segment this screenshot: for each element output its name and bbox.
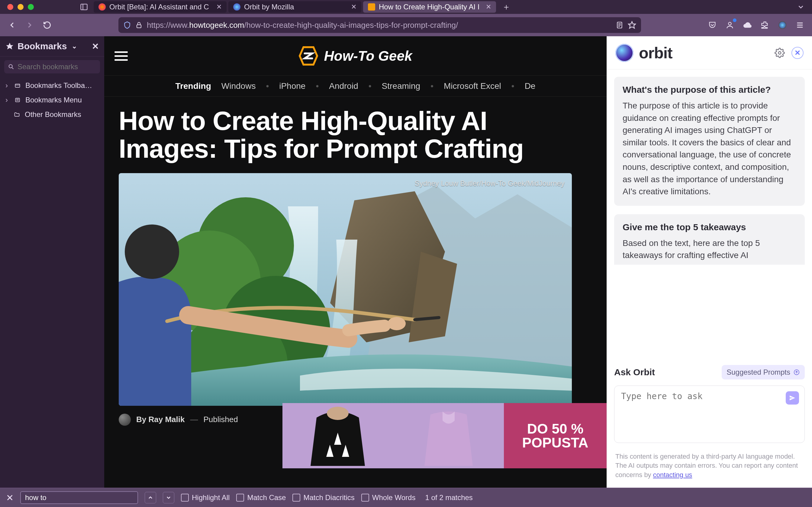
- trending-link[interactable]: Android: [329, 81, 358, 91]
- close-tab-icon[interactable]: ✕: [486, 3, 491, 11]
- ad-hoodie[interactable]: [282, 403, 393, 468]
- orbit-header: orbit ✕: [607, 36, 812, 69]
- pocket-icon[interactable]: [706, 19, 718, 31]
- folder-icon: [13, 111, 21, 118]
- tab-overflow-button[interactable]: [793, 3, 808, 11]
- new-tab-button[interactable]: ＋: [498, 1, 515, 13]
- find-input[interactable]: [20, 491, 138, 504]
- caret-icon: ›: [5, 96, 10, 104]
- orbit-brand: orbit: [639, 44, 673, 62]
- chevron-down-icon[interactable]: ⌄: [72, 42, 77, 50]
- svg-rect-2: [137, 25, 141, 28]
- menu-folder-icon: [14, 97, 22, 103]
- author-avatar[interactable]: [119, 414, 131, 426]
- find-whole-words[interactable]: Whole Words: [361, 493, 416, 502]
- reader-mode-icon[interactable]: [616, 21, 624, 29]
- caret-icon: ›: [5, 81, 10, 90]
- tab-label: Orbit by Mozilla: [244, 3, 347, 11]
- ask-send-button[interactable]: [786, 391, 799, 405]
- lock-icon[interactable]: [135, 21, 142, 29]
- fullscreen-window-button[interactable]: [28, 4, 34, 10]
- firefox-icon: [99, 3, 106, 11]
- ad-discount[interactable]: DO 50 % POPUSTA: [504, 403, 606, 468]
- bookmarks-toolbar-folder[interactable]: › Bookmarks Toolba…: [0, 78, 104, 93]
- site-header: How-To Geek: [104, 36, 606, 75]
- find-match-case[interactable]: Match Case: [236, 493, 286, 502]
- site-name: How-To Geek: [324, 48, 412, 64]
- svg-point-8: [728, 22, 731, 25]
- orbit-response-card: What's the purpose of this article? The …: [614, 77, 805, 206]
- orbit-toolbar-icon[interactable]: [776, 19, 789, 31]
- svg-line-14: [12, 68, 14, 69]
- find-match-diacritics[interactable]: Match Diacritics: [292, 493, 354, 502]
- article-headline: How to Create High-Quality AI Images: Ti…: [119, 107, 592, 163]
- bookmarks-search-input[interactable]: [17, 63, 108, 71]
- sidebar-toggle-button[interactable]: [78, 2, 90, 12]
- star-icon: [5, 42, 14, 50]
- folder-label: Bookmarks Menu: [25, 96, 82, 104]
- app-menu-icon[interactable]: [794, 19, 806, 31]
- svg-point-26: [125, 224, 179, 279]
- account-icon[interactable]: [724, 19, 736, 31]
- back-button[interactable]: [6, 19, 18, 31]
- shield-icon[interactable]: [123, 21, 131, 29]
- trending-link[interactable]: Streaming: [382, 81, 420, 91]
- orbit-contact-link[interactable]: contacting us: [653, 471, 692, 478]
- svg-point-28: [327, 407, 349, 420]
- trending-link[interactable]: De: [525, 81, 536, 91]
- minimize-window-button[interactable]: [17, 4, 23, 10]
- orbit-ask-section: Ask Orbit Suggested Prompts: [607, 359, 812, 446]
- find-next-button[interactable]: [163, 492, 174, 503]
- ad-strip[interactable]: DO 50 % POPUSTA: [282, 403, 606, 468]
- hero-credit: Sydney Louw Butler/How-To Geek/MidJourne…: [415, 179, 565, 188]
- orbit-panel: orbit ✕ What's the purpose of this artic…: [606, 36, 812, 488]
- close-tab-icon[interactable]: ✕: [216, 3, 222, 11]
- close-sidebar-button[interactable]: ✕: [92, 41, 99, 51]
- orbit-card-question: What's the purpose of this article?: [623, 84, 796, 95]
- site-menu-button[interactable]: [114, 49, 128, 63]
- orbit-disclaimer: This content is generated by a third-par…: [607, 446, 812, 488]
- orbit-card-answer: Based on the text, here are the top 5 ta…: [623, 237, 796, 262]
- bookmarks-sidebar: Bookmarks ⌄ ✕ › Bookmarks Toolba… › Book…: [0, 36, 104, 488]
- nav-toolbar: https://www.howtogeek.com/how-to-create-…: [0, 14, 812, 36]
- find-highlight-all[interactable]: Highlight All: [181, 493, 230, 502]
- extensions-icon[interactable]: [759, 19, 771, 31]
- reload-button[interactable]: [41, 19, 53, 31]
- publish-label: Published: [203, 415, 238, 424]
- tab-orbit-addon[interactable]: Orbit [Beta]: AI Assistant and C ✕: [94, 1, 227, 13]
- tab-bar: Orbit [Beta]: AI Assistant and C ✕ Orbit…: [0, 0, 812, 14]
- author-name[interactable]: By Ray Malik: [136, 415, 185, 424]
- trending-link[interactable]: iPhone: [279, 81, 305, 91]
- close-tab-icon[interactable]: ✕: [351, 3, 356, 11]
- article-hero-image: Sydney Louw Butler/How-To Geek/MidJourne…: [119, 173, 572, 406]
- svg-rect-0: [81, 4, 87, 10]
- suggested-prompts-button[interactable]: Suggested Prompts: [722, 365, 805, 380]
- forward-button: [23, 19, 36, 31]
- ask-orbit-label: Ask Orbit: [614, 367, 655, 377]
- svg-marker-7: [628, 21, 635, 28]
- site-logo[interactable]: How-To Geek: [298, 46, 412, 66]
- bookmark-star-icon[interactable]: [628, 21, 636, 29]
- tab-howtogeek-article[interactable]: How to Create High-Quality AI I ✕: [363, 1, 496, 13]
- other-bookmarks-folder[interactable]: Other Bookmarks: [0, 107, 104, 122]
- trending-link[interactable]: Microsoft Excel: [444, 81, 501, 91]
- find-status: 1 of 2 matches: [425, 493, 472, 502]
- bookmarks-menu-folder[interactable]: › Bookmarks Menu: [0, 93, 104, 107]
- window-controls: [7, 4, 34, 10]
- trending-link[interactable]: Windows: [221, 81, 256, 91]
- ad-sweater[interactable]: [393, 403, 504, 468]
- address-bar[interactable]: https://www.howtogeek.com/how-to-create-…: [118, 17, 641, 33]
- trending-label: Trending: [176, 81, 211, 91]
- tab-orbit-site[interactable]: Orbit by Mozilla ✕: [228, 1, 361, 13]
- bookmarks-search[interactable]: [4, 60, 100, 73]
- orbit-response-card: Give me the top 5 takeaways Based on the…: [614, 214, 805, 265]
- orbit-close-button[interactable]: ✕: [792, 47, 804, 59]
- svg-rect-15: [15, 84, 20, 87]
- orbit-settings-button[interactable]: [774, 48, 785, 58]
- ask-input-box[interactable]: [614, 386, 805, 443]
- find-prev-button[interactable]: [145, 492, 156, 503]
- cloud-icon[interactable]: [741, 19, 753, 31]
- ask-textarea[interactable]: [621, 391, 785, 437]
- close-window-button[interactable]: [7, 4, 13, 10]
- find-close-button[interactable]: ✕: [6, 493, 14, 503]
